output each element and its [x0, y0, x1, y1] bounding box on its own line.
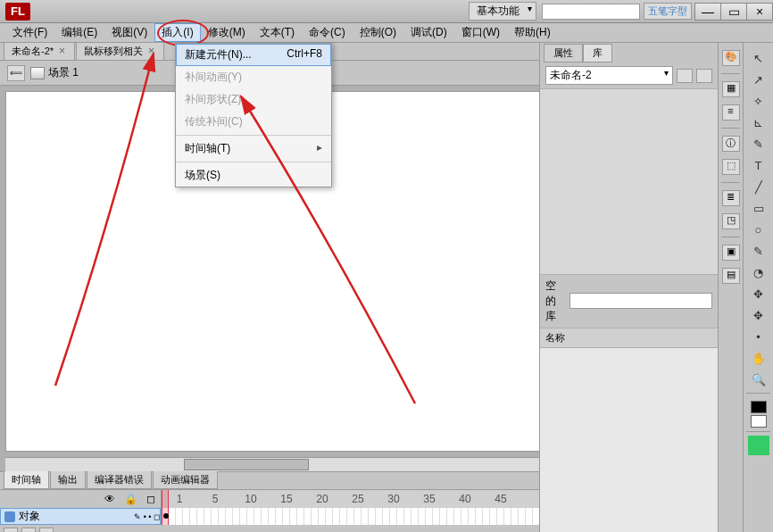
- delete-layer-button[interactable]: [39, 528, 54, 532]
- menu-2[interactable]: 视图(V): [104, 23, 154, 42]
- menu-1[interactable]: 编辑(E): [54, 23, 104, 42]
- empty-library-label: 空的库: [545, 278, 564, 324]
- dock-icon-5[interactable]: ≣: [722, 190, 740, 206]
- maximize-button[interactable]: ▭: [720, 3, 747, 21]
- tool-11[interactable]: ✥: [748, 284, 769, 303]
- layer-icon: [4, 511, 15, 522]
- layer-column-icon[interactable]: 👁: [104, 493, 115, 505]
- menu-item-0[interactable]: 新建元件(N)...Ctrl+F8: [176, 44, 331, 66]
- dock-icon-0[interactable]: 🎨: [722, 50, 740, 66]
- tool-1[interactable]: ↗: [748, 70, 769, 89]
- close-button[interactable]: ×: [746, 3, 773, 21]
- menu-7[interactable]: 控制(O): [353, 23, 403, 42]
- menu-10[interactable]: 帮助(H): [507, 23, 558, 42]
- tool-0[interactable]: ↖: [748, 48, 769, 68]
- name-column-header[interactable]: 名称: [540, 328, 718, 348]
- frame-number: 5: [197, 493, 233, 505]
- workspace-selector[interactable]: 基本功能: [469, 2, 536, 21]
- tool-8[interactable]: ○: [748, 220, 769, 239]
- menu-3[interactable]: 插入(I): [154, 23, 200, 42]
- dock-icon-4[interactable]: ⬚: [722, 159, 740, 175]
- library-search[interactable]: [569, 293, 712, 309]
- tool-2[interactable]: ⟡: [748, 91, 769, 111]
- close-tab-icon[interactable]: ×: [59, 45, 65, 57]
- layer-column-icon[interactable]: 🔒: [124, 493, 137, 505]
- tool-10[interactable]: ◔: [748, 262, 769, 282]
- menu-item-5[interactable]: 时间轴(T): [176, 137, 331, 160]
- scene-icon: [30, 67, 45, 79]
- bottom-tab-0[interactable]: 时间轴: [4, 470, 49, 489]
- keyframe[interactable]: [163, 513, 169, 519]
- menu-item-2: 补间形状(Z): [176, 88, 331, 111]
- library-file-select[interactable]: 未命名-2: [545, 66, 673, 85]
- bottom-tab-1[interactable]: 输出: [50, 470, 86, 489]
- frame-number: 40: [447, 493, 483, 505]
- menu-5[interactable]: 文本(T): [253, 23, 302, 42]
- tool-7[interactable]: ▭: [748, 198, 769, 218]
- bottom-tab-3[interactable]: 动画编辑器: [153, 470, 218, 489]
- new-folder-button[interactable]: [21, 528, 36, 532]
- menu-item-3: 传统补间(C): [176, 111, 331, 133]
- fill-swatch[interactable]: [751, 415, 767, 428]
- tool-6[interactable]: ╱: [748, 177, 769, 196]
- app-logo: FL: [5, 3, 30, 21]
- frame-number: 15: [269, 493, 304, 505]
- dock-icon-2[interactable]: ≡: [722, 104, 740, 121]
- dock-icon-3[interactable]: ⓘ: [722, 136, 740, 152]
- stroke-swatch[interactable]: [751, 401, 767, 413]
- menu-item-1: 补间动画(Y): [176, 66, 331, 88]
- dock-icon-7[interactable]: ▣: [722, 245, 740, 261]
- tool-5[interactable]: T: [748, 155, 769, 175]
- tool-9[interactable]: ✎: [748, 241, 769, 261]
- doc-tab-1[interactable]: 鼠标移到相关×: [76, 42, 164, 60]
- pin-button[interactable]: [677, 69, 693, 83]
- tool-15[interactable]: 🔍: [748, 370, 769, 389]
- insert-menu-dropdown: 新建元件(N)...Ctrl+F8补间动画(Y)补间形状(Z)传统补间(C)时间…: [175, 43, 332, 187]
- panel-tab-0[interactable]: 属性: [544, 44, 583, 62]
- search-input[interactable]: [542, 4, 640, 20]
- library-preview: [540, 89, 718, 274]
- menu-9[interactable]: 窗口(W): [454, 23, 507, 42]
- frame-number: 20: [304, 493, 340, 505]
- playhead[interactable]: [162, 490, 169, 526]
- menu-4[interactable]: 修改(M): [201, 23, 253, 42]
- tool-13[interactable]: •: [748, 327, 769, 346]
- tool-14[interactable]: ✋: [748, 348, 769, 368]
- frame-number: 25: [340, 493, 376, 505]
- minimize-button[interactable]: —: [694, 3, 721, 21]
- bottom-tab-2[interactable]: 编译器错误: [87, 470, 152, 489]
- close-tab-icon[interactable]: ×: [148, 45, 154, 57]
- menu-item-7[interactable]: 场景(S): [176, 164, 331, 187]
- tool-12[interactable]: ✥: [748, 305, 769, 325]
- layer-column-icon[interactable]: ◻: [146, 493, 155, 505]
- dock-icon-8[interactable]: ▤: [722, 268, 740, 284]
- menu-6[interactable]: 命令(C): [302, 23, 353, 42]
- dock-icon-1[interactable]: ▦: [722, 81, 740, 97]
- new-panel-button[interactable]: [696, 69, 712, 83]
- new-layer-button[interactable]: [4, 528, 18, 532]
- library-list[interactable]: [540, 348, 718, 533]
- menu-8[interactable]: 调试(D): [403, 23, 454, 42]
- frame-number: 35: [411, 493, 447, 505]
- menu-0[interactable]: 文件(F): [5, 23, 54, 42]
- snap-toggle[interactable]: [748, 436, 769, 455]
- tool-3[interactable]: ⊾: [748, 112, 769, 132]
- dock-icon-6[interactable]: ◳: [722, 213, 740, 229]
- frame-number: 10: [233, 493, 269, 505]
- frame-number: 45: [483, 493, 519, 505]
- ime-indicator[interactable]: 五笔字型: [644, 3, 692, 20]
- frame-number: 30: [376, 493, 411, 505]
- back-button[interactable]: ⟸: [7, 65, 25, 81]
- panel-tab-1[interactable]: 库: [583, 44, 612, 62]
- tool-4[interactable]: ✎: [748, 134, 769, 154]
- doc-tab-0[interactable]: 未命名-2*×: [4, 42, 75, 60]
- layer-name: 对象: [19, 509, 40, 524]
- timeline-layer[interactable]: 对象 ✎ • • ◻: [0, 508, 161, 526]
